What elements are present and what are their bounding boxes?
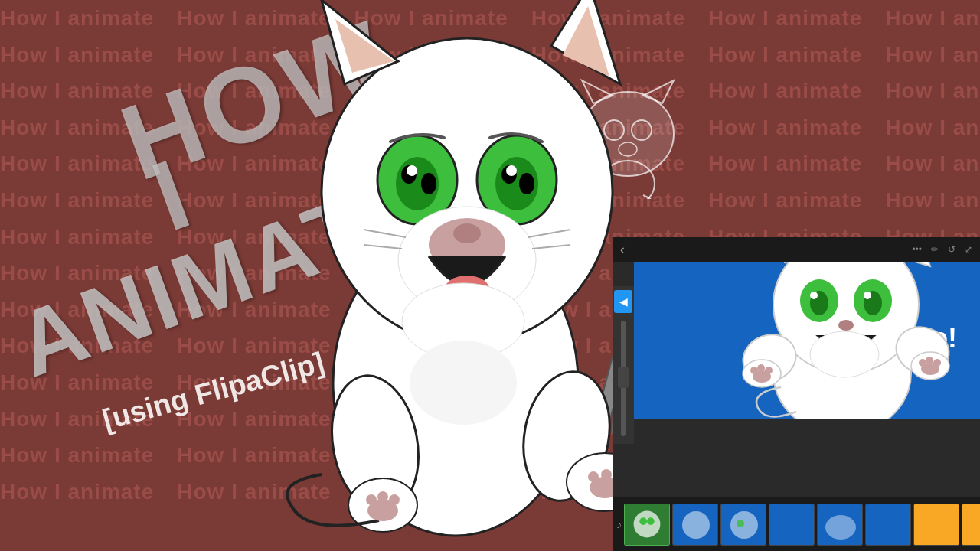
bg-text-item: How I animate — [885, 145, 980, 182]
svg-point-71 — [933, 359, 941, 367]
svg-point-63 — [750, 367, 758, 374]
tool-sidebar: ◀ — [612, 286, 634, 444]
svg-point-75 — [647, 517, 655, 525]
expand-icon[interactable]: ⤢ — [965, 244, 972, 255]
svg-point-79 — [825, 515, 856, 540]
screen-character — [727, 262, 957, 419]
timeline-frame-5[interactable] — [817, 504, 863, 546]
tool-top-button[interactable]: ◀ — [614, 290, 632, 313]
svg-point-73 — [634, 510, 661, 537]
svg-point-78 — [737, 520, 744, 527]
back-button[interactable]: ‹ — [620, 242, 625, 258]
svg-point-14 — [519, 173, 534, 194]
brush-size-slider[interactable] — [621, 321, 626, 436]
screen-overlay: ‹ ••• ✏ ↺ ⤢ ◀ How I Animate! — [612, 237, 980, 551]
bg-text-item: How I animate — [0, 0, 154, 37]
bg-text-item: How I animate — [885, 109, 980, 146]
main-character — [245, 0, 666, 551]
timeline-frame-8[interactable] — [962, 504, 980, 546]
bg-text-item: How I animate — [0, 437, 154, 474]
dots-icon[interactable]: ••• — [912, 244, 922, 255]
slider-handle[interactable] — [618, 367, 629, 388]
svg-point-65 — [765, 367, 773, 374]
bg-text-item: How I animate — [0, 474, 154, 510]
bg-text-item: How I animate — [708, 73, 862, 109]
timeline: ♪ — [612, 497, 980, 551]
bg-text-item: How I animate — [708, 0, 862, 37]
screen-header: ‹ ••• ✏ ↺ ⤢ — [612, 237, 980, 262]
svg-point-9 — [421, 173, 436, 194]
music-icon[interactable]: ♪ — [616, 518, 622, 530]
bg-text-item: How I animate — [885, 182, 980, 219]
svg-point-76 — [682, 511, 710, 539]
bg-text-item: How I animate — [708, 37, 862, 73]
svg-point-69 — [919, 359, 926, 367]
timeline-frame-3[interactable] — [720, 504, 766, 546]
bg-text-item: How I animate — [885, 73, 980, 109]
svg-point-10 — [407, 165, 417, 176]
screen-header-left: ‹ — [620, 242, 625, 258]
svg-point-58 — [864, 292, 871, 299]
bg-text-item: How I animate — [708, 182, 862, 219]
timeline-frame-4[interactable] — [769, 504, 815, 546]
screen-header-icons: ••• ✏ ↺ ⤢ — [912, 244, 972, 255]
edit-icon[interactable]: ✏ — [931, 244, 939, 255]
svg-point-64 — [757, 364, 765, 372]
timeline-frame-2[interactable] — [672, 504, 718, 546]
bg-text-item: How I animate — [0, 182, 154, 219]
refresh-icon[interactable]: ↺ — [948, 244, 956, 255]
bg-text-item: How I animate — [885, 0, 980, 37]
svg-point-74 — [639, 517, 647, 525]
svg-point-57 — [810, 292, 818, 299]
svg-point-39 — [389, 494, 400, 505]
bg-text-item: How I animate — [0, 37, 154, 73]
svg-point-59 — [838, 320, 854, 331]
svg-point-18 — [453, 223, 481, 243]
timeline-frame-6[interactable] — [865, 504, 911, 546]
bg-text-item: How I animate — [708, 145, 862, 182]
svg-point-72 — [810, 331, 879, 377]
bg-text-item: How I animate — [0, 219, 154, 256]
timeline-frame-1[interactable] — [624, 504, 670, 546]
animation-canvas: How I Animate! — [634, 262, 980, 419]
timeline-frame-7[interactable] — [913, 504, 959, 546]
svg-point-70 — [926, 357, 933, 364]
svg-point-32 — [601, 469, 612, 480]
svg-point-31 — [588, 471, 599, 482]
svg-point-37 — [366, 494, 377, 505]
bg-text-item: How I animate — [708, 109, 862, 146]
bg-text-item: How I animate — [885, 37, 980, 73]
svg-point-35 — [410, 341, 517, 425]
svg-point-15 — [506, 165, 517, 176]
svg-point-77 — [730, 511, 758, 539]
svg-point-38 — [377, 491, 388, 502]
